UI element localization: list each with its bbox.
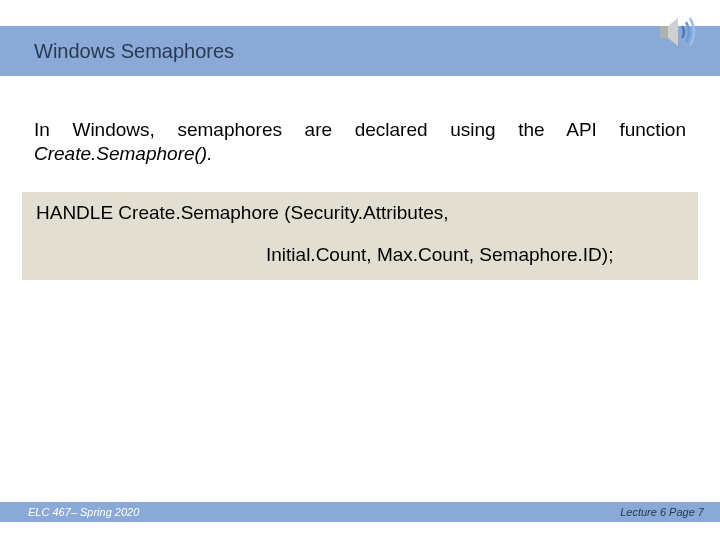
slide-header: Windows Semaphores: [0, 26, 720, 76]
intro-paragraph: In Windows, semaphores are declared usin…: [34, 118, 686, 166]
code-line-2: Initial.Count, Max.Count, Semaphore.ID);: [36, 240, 684, 270]
code-block: HANDLE Create.Semaphore (Security.Attrib…: [22, 192, 698, 281]
intro-text-italic: Create.Semaphore().: [34, 143, 212, 164]
code-line-1: HANDLE Create.Semaphore (Security.Attrib…: [36, 200, 684, 227]
svg-rect-0: [660, 26, 668, 38]
svg-marker-1: [668, 18, 678, 46]
slide-content: In Windows, semaphores are declared usin…: [0, 76, 720, 166]
slide-title: Windows Semaphores: [34, 40, 234, 63]
slide-footer: ELC 467– Spring 2020 Lecture 6 Page 7: [0, 502, 720, 522]
intro-text-prefix: In Windows, semaphores are declared usin…: [34, 119, 686, 140]
footer-page-info: Lecture 6 Page 7: [620, 506, 704, 518]
footer-course-info: ELC 467– Spring 2020: [28, 506, 139, 518]
audio-speaker-icon: [652, 8, 700, 56]
